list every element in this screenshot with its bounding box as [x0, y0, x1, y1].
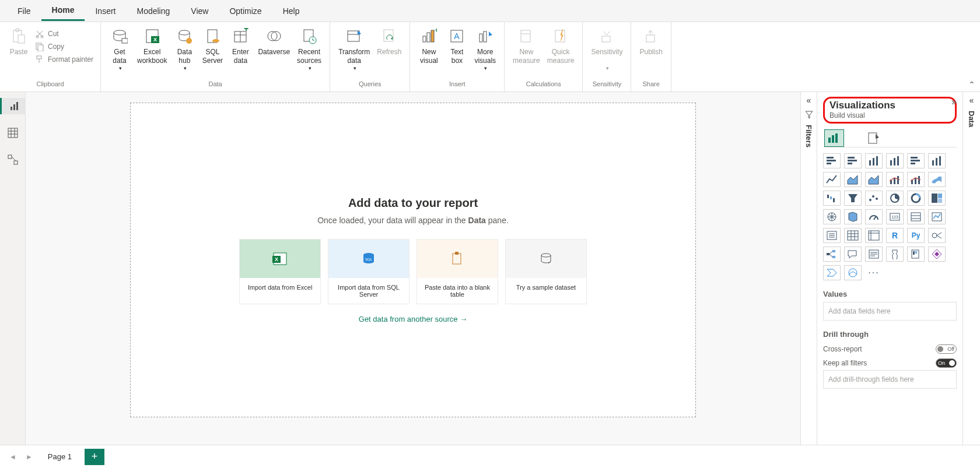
publish-button[interactable]: Publish — [636, 24, 666, 59]
data-expand-button[interactable]: « — [970, 96, 974, 105]
viz-multi-row-card[interactable] — [907, 209, 925, 224]
menu-view[interactable]: View — [180, 2, 219, 20]
viz-stacked-bar[interactable] — [823, 153, 841, 168]
data-group-label: Data — [208, 79, 222, 89]
ribbon-collapse-button[interactable]: ⌃ — [968, 80, 975, 89]
viz-stacked-column[interactable] — [865, 153, 883, 168]
cross-report-toggle[interactable]: Off — [936, 344, 957, 354]
drillthrough-dropzone[interactable]: Add drill-through fields here — [823, 370, 957, 389]
viz-matrix[interactable] — [865, 228, 883, 243]
viz-100-column[interactable] — [928, 153, 946, 168]
svg-line-126 — [830, 251, 832, 254]
viz-map[interactable] — [823, 209, 841, 224]
keep-all-filters-toggle[interactable]: On — [936, 358, 957, 368]
copy-button[interactable]: Copy — [33, 41, 96, 52]
next-page-button[interactable]: ► — [23, 453, 35, 461]
report-canvas[interactable]: Add data to your report Once loaded, you… — [130, 103, 696, 417]
left-rail — [0, 92, 26, 445]
viz-goals[interactable] — [886, 247, 904, 262]
recent-sources-button[interactable]: Recent sources▾ — [293, 24, 325, 74]
menu-home[interactable]: Home — [41, 1, 85, 21]
viz-card[interactable]: 123 — [886, 209, 904, 224]
viz-python-visual[interactable]: Py — [907, 228, 925, 243]
viz-power-apps[interactable] — [928, 247, 946, 262]
enter-data-icon: + — [231, 27, 250, 45]
menu-insert[interactable]: Insert — [85, 2, 126, 20]
svg-rect-60 — [828, 138, 831, 143]
viz-decomposition[interactable] — [823, 247, 841, 262]
viz-qna[interactable] — [844, 247, 862, 262]
viz-clustered-column[interactable] — [886, 153, 904, 168]
viz-key-influencers[interactable] — [928, 228, 946, 243]
card-paste-data[interactable]: Paste data into a blank table — [416, 239, 498, 304]
report-view-button[interactable] — [0, 98, 26, 114]
viz-more-visuals[interactable]: ··· — [865, 265, 883, 280]
ribbon: Paste Cut Copy Format painter Clipboard — [0, 22, 980, 92]
viz-gauge[interactable] — [865, 209, 883, 224]
viz-waterfall[interactable] — [823, 191, 841, 206]
menu-help[interactable]: Help — [272, 2, 310, 20]
visualizations-collapse-button[interactable]: » — [951, 97, 957, 107]
enter-data-button[interactable]: + Enter data — [226, 24, 254, 68]
viz-power-automate[interactable] — [823, 265, 841, 280]
build-visual-tab[interactable] — [824, 129, 844, 147]
refresh-button[interactable]: Refresh — [373, 24, 405, 59]
viz-stacked-area[interactable] — [865, 172, 883, 187]
viz-funnel[interactable] — [844, 191, 862, 206]
viz-table[interactable] — [844, 228, 862, 243]
viz-paginated[interactable] — [907, 247, 925, 262]
new-measure-button[interactable]: New measure — [509, 24, 544, 68]
viz-slicer[interactable] — [823, 228, 841, 243]
data-view-button[interactable] — [5, 125, 21, 141]
viz-donut[interactable] — [907, 191, 925, 206]
viz-arcgis[interactable] — [844, 265, 862, 280]
data-hub-button[interactable]: Data hub▾ — [170, 24, 198, 74]
card-import-sql[interactable]: SQL Import data from SQL Server — [328, 239, 410, 304]
sql-server-button[interactable]: SQL Server — [198, 24, 226, 68]
menu-file[interactable]: File — [7, 2, 41, 20]
card-sample-dataset[interactable]: Try a sample dataset — [505, 239, 587, 304]
paste-button[interactable]: Paste — [5, 24, 33, 59]
viz-treemap[interactable] — [928, 191, 946, 206]
svg-rect-72 — [876, 156, 878, 166]
viz-filled-map[interactable] — [844, 209, 862, 224]
card-import-excel[interactable]: X Import data from Excel — [239, 239, 321, 304]
values-dropzone[interactable]: Add data fields here — [823, 302, 957, 321]
viz-line-stacked[interactable] — [886, 172, 904, 187]
excel-workbook-button[interactable]: X Excel workbook — [134, 24, 170, 68]
svg-rect-135 — [913, 251, 915, 255]
viz-line[interactable] — [823, 172, 841, 187]
cut-button[interactable]: Cut — [33, 28, 96, 40]
viz-r-visual[interactable]: R — [886, 228, 904, 243]
viz-clustered-bar[interactable] — [844, 153, 862, 168]
format-painter-button[interactable]: Format painter — [33, 54, 96, 65]
prev-page-button[interactable]: ◄ — [7, 453, 19, 461]
viz-kpi[interactable] — [928, 209, 946, 224]
new-visual-button[interactable]: + New visual — [415, 24, 443, 68]
add-page-button[interactable]: + — [85, 449, 104, 465]
quick-measure-button[interactable]: Quick measure — [544, 24, 578, 68]
get-data-link[interactable]: Get data from another source → — [239, 315, 587, 323]
filters-expand-button[interactable]: « — [807, 96, 811, 105]
get-data-button[interactable]: Get data▾ — [106, 24, 134, 74]
viz-scatter[interactable] — [865, 191, 883, 206]
new-visual-icon: + — [419, 27, 438, 45]
viz-narrative[interactable] — [865, 247, 883, 262]
viz-area[interactable] — [844, 172, 862, 187]
menu-modeling[interactable]: Modeling — [126, 2, 180, 20]
model-view-button[interactable] — [5, 152, 21, 168]
viz-ribbon[interactable] — [928, 172, 946, 187]
viz-line-clustered[interactable] — [907, 172, 925, 187]
viz-100-bar[interactable] — [907, 153, 925, 168]
text-box-button[interactable]: A Text box — [443, 24, 471, 68]
svg-rect-43 — [16, 102, 18, 110]
format-visual-tab[interactable] — [864, 129, 884, 147]
menu-optimize[interactable]: Optimize — [219, 2, 272, 20]
sensitivity-button[interactable]: Sensitivity▾ — [587, 24, 626, 74]
viz-pie[interactable] — [886, 191, 904, 206]
page-tab-1[interactable]: Page 1 — [40, 449, 80, 465]
transform-data-button[interactable]: Transform data▾ — [335, 24, 373, 74]
svg-rect-101 — [938, 199, 942, 203]
dataverse-button[interactable]: Dataverse — [254, 24, 293, 59]
more-visuals-button[interactable]: More visuals▾ — [471, 24, 499, 74]
